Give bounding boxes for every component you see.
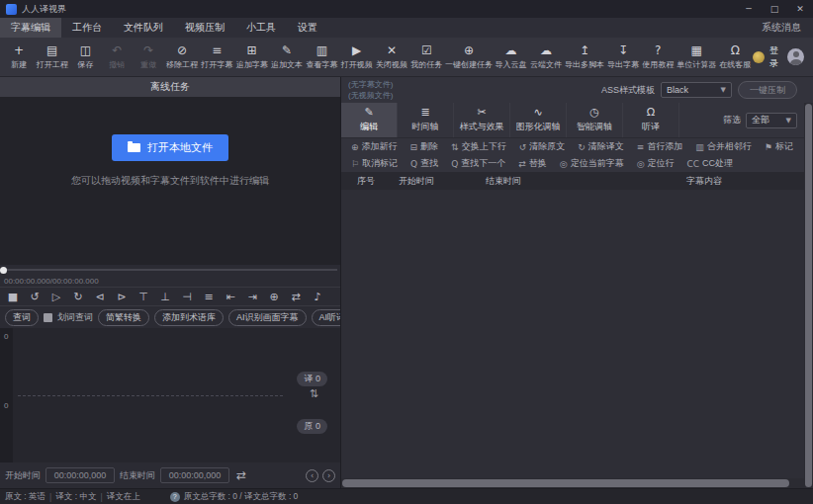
one-click-encode-button[interactable]: 一键压制 [738, 81, 797, 99]
open-local-file-button[interactable]: 打开本地文件 [112, 134, 228, 161]
new-icon: + [14, 44, 24, 58]
split-subtitle-icon[interactable]: ⊥ [154, 291, 176, 303]
seekbar-knob[interactable] [0, 267, 7, 274]
word-select-lookup-checkbox[interactable] [44, 313, 52, 322]
tab-visual-timing[interactable]: ∿图形化调轴 [510, 103, 567, 137]
tutorial-button[interactable]: ?使用教程 [641, 42, 676, 71]
cloud-files-button[interactable]: ☁云端文件 [528, 42, 563, 71]
video-seekbar[interactable] [0, 265, 340, 275]
seekbar-track[interactable] [0, 269, 337, 271]
clear-trans-button[interactable]: ↻清除译文 [578, 140, 624, 153]
close-icon[interactable]: ✕ [787, 0, 813, 18]
source-language-label: 原文 : 英语 [5, 491, 45, 503]
undo-button[interactable]: ↶撤销 [101, 42, 133, 71]
time-row: 开始时间 00:00:00,000 结束时间 00:00:00,000 ⇄ ‹ … [0, 462, 340, 488]
next-frame-icon[interactable]: ↻ [67, 291, 89, 303]
unit-calculator-button[interactable]: ▦单位计算器 [676, 42, 718, 71]
locate-current-button[interactable]: ◎定位当前字幕 [560, 157, 624, 170]
locate-row-button[interactable]: ◎定位行 [637, 157, 675, 170]
tab-timeline[interactable]: ≣时间轴 [398, 103, 454, 137]
unmark-button[interactable]: ⚐取消标记 [351, 157, 398, 170]
create-task-button[interactable]: ⊕一键创建任务 [444, 42, 494, 71]
append-text-button[interactable]: ✎追加文本 [269, 42, 304, 71]
add-subtitle-icon[interactable]: ⊕ [263, 291, 285, 303]
prev-frame-icon[interactable]: ↺ [24, 291, 45, 303]
set-start-time-icon[interactable]: ⊤ [133, 291, 154, 303]
jump-to-end-icon[interactable]: ⇥ [241, 291, 263, 303]
menu-video-encode[interactable]: 视频压制 [174, 18, 235, 38]
open-subtitle-button[interactable]: ≡打开字幕 [200, 42, 234, 71]
tab-style-effects[interactable]: ✂样式与效果 [454, 103, 510, 137]
horizontal-scrollbar[interactable] [341, 478, 804, 488]
close-video-button[interactable]: ✕关闭视频 [374, 42, 408, 71]
video-dropzone[interactable]: 打开本地文件 您可以拖动视频和字幕文件到软件中进行编辑 [0, 97, 340, 265]
append-subtitle-button[interactable]: ⊞追加字幕 [234, 42, 269, 71]
end-time-input[interactable]: 00:00:00,000 [160, 467, 229, 483]
mark-button[interactable]: ⚑标记 [765, 140, 793, 153]
stop-icon[interactable]: ■ [2, 291, 24, 303]
menu-workbench[interactable]: 工作台 [61, 18, 113, 38]
view-subtitle-button[interactable]: ▥查看字幕 [305, 42, 339, 71]
jump-to-start-icon[interactable]: ⇤ [220, 291, 241, 303]
remove-project-button[interactable]: ⊘移除工程 [164, 42, 199, 71]
play-icon[interactable]: ▷ [45, 291, 67, 303]
login-link[interactable]: 登录 [769, 44, 782, 70]
ai-transcribe-button[interactable]: AI听译 [312, 309, 340, 326]
swap-rows-button[interactable]: ⇅交换上下行 [451, 140, 506, 153]
menu-settings[interactable]: 设置 [287, 18, 328, 38]
menu-subtitle-edit[interactable]: 字幕编辑 [0, 18, 61, 38]
set-end-time-icon[interactable]: ⊣ [176, 291, 198, 303]
new-button[interactable]: +新建 [3, 42, 35, 71]
add-to-termbase-button[interactable]: 添加到术语库 [154, 309, 224, 326]
clear-source-icon: ↺ [519, 142, 527, 152]
vertical-scrollbar-thumb[interactable] [805, 104, 812, 487]
prev-subtitle-button[interactable]: ‹ [306, 469, 318, 482]
simplified-traditional-button[interactable]: 简繁转换 [98, 309, 149, 326]
rewind-icon[interactable]: ⊲ [89, 291, 111, 303]
swap-play-icon[interactable]: ⇄ [285, 291, 307, 303]
system-message-link[interactable]: 系统消息 [750, 21, 813, 35]
online-support-button[interactable]: Ω在线客服 [718, 42, 753, 71]
minimize-icon[interactable]: ─ [736, 0, 762, 18]
ass-template-select[interactable]: Black ▼ [661, 82, 732, 98]
find-button[interactable]: Q查找 [410, 157, 438, 170]
clear-source-button[interactable]: ↺清除原文 [519, 140, 566, 153]
next-subtitle-button[interactable]: › [322, 469, 335, 482]
volume-icon[interactable]: ♪ [307, 291, 328, 303]
horizontal-scrollbar-thumb[interactable] [342, 479, 789, 487]
avatar[interactable] [787, 48, 804, 65]
delete-row-button[interactable]: ⊟删除 [410, 140, 439, 153]
tab-transcribe[interactable]: Ω听译 [623, 103, 679, 137]
export-scripts-button[interactable]: ↥导出多脚本 [564, 42, 606, 71]
swap-source-trans-icon[interactable]: ⇅ [310, 387, 318, 400]
replace-button[interactable]: ⇄替换 [518, 157, 547, 170]
maximize-icon[interactable]: □ [762, 0, 787, 18]
my-tasks-button[interactable]: ☑我的任务 [409, 42, 444, 71]
vertical-scrollbar[interactable] [804, 103, 813, 488]
tab-edit[interactable]: ✎编辑 [341, 103, 398, 137]
open-project-button[interactable]: ▤打开工程 [35, 42, 69, 71]
append-text-icon: ✎ [282, 44, 292, 58]
lookup-word-button[interactable]: 查词 [5, 309, 39, 326]
filter-select[interactable]: 全部 ▼ [746, 113, 797, 128]
export-subtitle-button[interactable]: ↧导出字幕 [605, 42, 640, 71]
menu-file-queue[interactable]: 文件队列 [113, 18, 174, 38]
find-next-button[interactable]: Q查找下一个 [451, 157, 505, 170]
menu-tools[interactable]: 小工具 [235, 18, 287, 38]
ai-ocr-subtitle-button[interactable]: AI识别画面字幕 [228, 309, 307, 326]
align-subtitle-icon[interactable]: ≡ [198, 291, 220, 303]
merge-adjacent-button[interactable]: ▥合并相邻行 [695, 140, 752, 153]
subtitle-text-editor[interactable]: 0 0 译 0 ⇅ 原 0 [0, 328, 340, 462]
add-row-button[interactable]: ⊕添加新行 [351, 140, 398, 153]
open-video-button[interactable]: ▶打开视频 [339, 42, 374, 71]
forward-icon[interactable]: ⊳ [111, 291, 133, 303]
save-button[interactable]: ◫保存 [69, 42, 101, 71]
start-time-input[interactable]: 00:00:00,000 [45, 467, 115, 483]
tab-smart-timing[interactable]: ◷智能调轴 [567, 103, 623, 137]
first-row-add-button[interactable]: ≡首行添加 [637, 140, 683, 153]
cc-process-button[interactable]: CCCC处理 [687, 157, 734, 170]
redo-button[interactable]: ↷重做 [133, 42, 164, 71]
import-cloud-icon: ☁ [505, 44, 517, 58]
swap-times-icon[interactable]: ⇄ [234, 468, 248, 482]
import-cloud-button[interactable]: ☁导入云盘 [494, 42, 528, 71]
